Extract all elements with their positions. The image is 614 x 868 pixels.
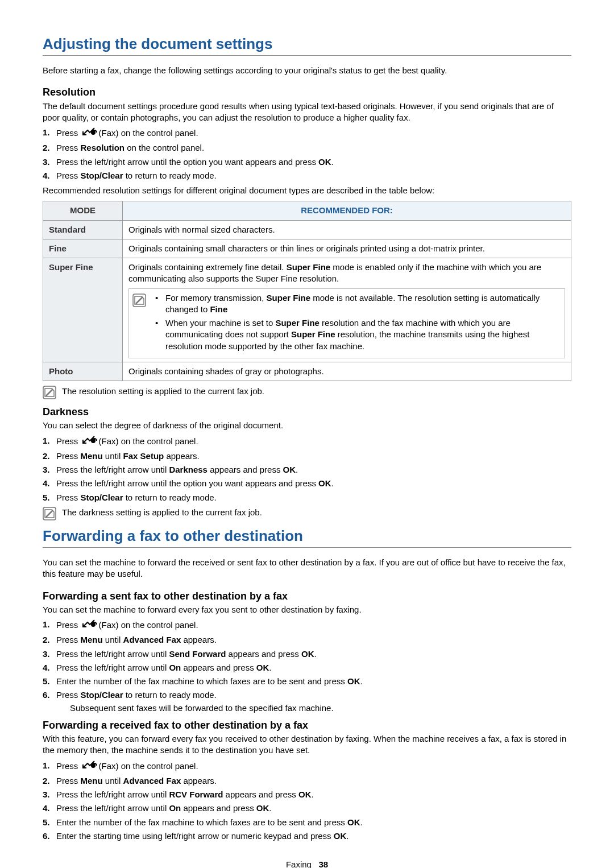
subheading-fwd-sent: Forwarding a sent fax to other destinati… (43, 589, 571, 603)
fwd-rcv-steps: Press (Fax) on the control panel. Press … (43, 760, 571, 842)
darkness-steps: Press (Fax) on the control panel. Press … (43, 435, 571, 503)
table-header-rec: RECOMMENDED FOR: (123, 201, 571, 220)
resolution-table: MODE RECOMMENDED FOR: Standard Originals… (43, 201, 571, 381)
subheading-fwd-rcv: Forwarding a received fax to other desti… (43, 718, 571, 732)
superfine-note-box: For memory transmission, Super Fine mode… (128, 288, 565, 358)
page-footer: Faxing_ 38 (43, 859, 571, 868)
fwd-sent-desc: You can set the machine to forward every… (43, 604, 571, 615)
resolution-note: The resolution setting is applied to the… (43, 386, 571, 399)
fwd-sent-steps: Press (Fax) on the control panel. Press … (43, 619, 571, 714)
table-row: Standard Originals with normal sized cha… (43, 220, 571, 239)
rec-line: Recommended resolution settings for diff… (43, 185, 571, 196)
table-row: Photo Originals containing shades of gra… (43, 362, 571, 381)
table-row: Fine Originals containing small characte… (43, 239, 571, 258)
fwd-rcv-desc: With this feature, you can forward every… (43, 733, 571, 757)
note-icon (132, 294, 146, 354)
darkness-note: The darkness setting is applied to the c… (43, 507, 571, 520)
fax-icon (82, 127, 98, 140)
intro-text: Before starting a fax, change the follow… (43, 65, 571, 76)
section-heading-forwarding: Forwarding a fax to other destination (43, 526, 571, 548)
table-header-mode: MODE (43, 201, 123, 220)
note-icon (43, 507, 56, 520)
forwarding-intro: You can set the machine to forward the r… (43, 557, 571, 580)
resolution-steps: Press (Fax) on the control panel. Press … (43, 127, 571, 181)
fax-icon (82, 619, 98, 632)
darkness-desc: You can select the degree of darkness of… (43, 420, 571, 431)
subheading-darkness: Darkness (43, 405, 571, 419)
resolution-desc: The default document settings procedure … (43, 101, 571, 124)
fax-icon (82, 435, 98, 448)
section-heading-adjusting: Adjusting the document settings (43, 34, 571, 56)
table-row: Super Fine Originals containing extremel… (43, 258, 571, 362)
fax-icon (82, 760, 98, 773)
note-icon (43, 386, 56, 399)
subheading-resolution: Resolution (43, 85, 571, 99)
